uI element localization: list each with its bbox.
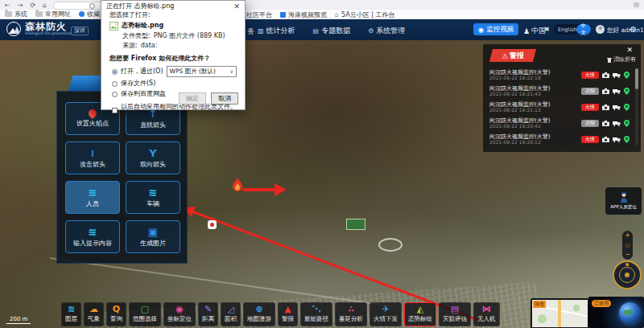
zoom-out-button[interactable]: − bbox=[625, 252, 630, 258]
dispatch-truck-icon[interactable] bbox=[613, 137, 621, 142]
menu-item-system[interactable]: ⚙系统管理 bbox=[368, 26, 405, 36]
radio-save-netdisk[interactable] bbox=[112, 92, 118, 97]
language-toggle[interactable]: English 中文 bbox=[554, 24, 591, 35]
radio-open-with[interactable] bbox=[112, 69, 118, 75]
dialog-title: 正在打开 态势标绘.png bbox=[106, 2, 174, 10]
bookmark-item[interactable]: 海康视频预览 bbox=[280, 10, 327, 19]
dialog-chose-label: 您选择了打开: bbox=[109, 12, 237, 19]
dispatch-truck-icon[interactable] bbox=[613, 72, 621, 78]
lang-chinese[interactable]: 中文 bbox=[576, 24, 591, 35]
toolbar-button[interactable]: ◿ 面积 bbox=[221, 302, 241, 326]
toolbar-button[interactable]: ⋱ 最短路径 bbox=[300, 302, 332, 326]
monitor-video-button[interactable]: ◉ 监控视频 bbox=[473, 23, 518, 35]
dispatch-truck-icon[interactable] bbox=[613, 105, 621, 110]
alert-status-button[interactable]: 误报 bbox=[581, 120, 599, 127]
toolbar-label: 灾损评估 bbox=[443, 315, 467, 323]
filetype-label: 文件类型: bbox=[122, 33, 151, 40]
plot-tool-icon: ≀ bbox=[91, 148, 95, 158]
camera-icon[interactable] bbox=[602, 105, 609, 110]
toolbar-button[interactable]: ⋈ 无人机 bbox=[473, 302, 500, 326]
camera-icon[interactable] bbox=[602, 72, 609, 78]
toolbar-button[interactable]: ▢ 范围选择 bbox=[129, 302, 161, 326]
globe-view-switcher[interactable]: 已使用 bbox=[588, 297, 644, 328]
bookmark-item[interactable]: ⌂5A云小区 | 工作台 bbox=[335, 10, 394, 19]
country-selector[interactable]: ♟中国 bbox=[523, 26, 546, 36]
lang-english[interactable]: English bbox=[554, 27, 576, 33]
home-icon[interactable]: ⌂ bbox=[43, 2, 47, 9]
forward-icon[interactable]: → bbox=[18, 2, 23, 9]
alert-scrollbar[interactable] bbox=[635, 68, 638, 146]
back-icon[interactable]: ← bbox=[5, 2, 10, 9]
plot-tool-icon: ≋ bbox=[89, 227, 97, 237]
toolbar-button[interactable]: ✈ 火情下发 bbox=[369, 302, 402, 326]
avatar[interactable] bbox=[596, 25, 605, 34]
camera-icon[interactable] bbox=[602, 137, 609, 142]
location-pin-icon[interactable] bbox=[624, 120, 630, 127]
plotted-arrow-line[interactable] bbox=[242, 188, 276, 191]
fullscreen-icon[interactable]: ✖ bbox=[544, 26, 550, 33]
alert-status-button[interactable]: 火情 bbox=[581, 72, 599, 79]
toolbar-button[interactable]: ⊕ 地图漫游 bbox=[243, 302, 275, 326]
toolbar-button[interactable]: ∴ 蔓延分析 bbox=[335, 302, 367, 326]
bookmark-folder[interactable]: 常用网址 bbox=[35, 10, 71, 18]
location-pin-icon[interactable] bbox=[624, 136, 630, 143]
location-pin-icon[interactable] bbox=[624, 72, 630, 79]
app-personnel-locator-button[interactable]: APP人员定位 bbox=[605, 187, 642, 215]
plot-tool-button[interactable]: ≋ 车辆 bbox=[126, 181, 180, 214]
settings-gear-icon[interactable]: ⚙ bbox=[630, 25, 637, 34]
close-icon[interactable]: ✕ bbox=[626, 46, 633, 54]
camera-icon[interactable] bbox=[602, 88, 609, 94]
plotted-arrow-head bbox=[275, 183, 287, 196]
toolbar-button[interactable]: ◉ 坐标定位 bbox=[163, 302, 196, 326]
plot-tool-button[interactable]: ≋ 人员 bbox=[65, 181, 120, 214]
zoom-reset-button[interactable]: ○ bbox=[625, 243, 630, 248]
dispatch-truck-icon[interactable] bbox=[613, 121, 621, 126]
menu-item-topic-data[interactable]: ▤专题数据 bbox=[313, 26, 351, 36]
zoom-in-button[interactable]: + bbox=[625, 232, 630, 239]
plot-tool-button[interactable]: Y 双向箭头 bbox=[126, 141, 180, 174]
radio-save-file[interactable] bbox=[112, 81, 118, 87]
close-icon[interactable]: ✕ bbox=[233, 2, 240, 10]
plot-tool-button[interactable]: ≀ 攻击箭头 bbox=[65, 141, 120, 174]
extension-icon[interactable] bbox=[634, 2, 639, 7]
camera-icon[interactable] bbox=[602, 121, 609, 126]
menu-item-partial[interactable]: 务 bbox=[247, 27, 254, 37]
plot-tool-button[interactable]: ▣ 生成图片 bbox=[126, 220, 180, 253]
alert-timestamp: 2021-09-22 19:21:43 bbox=[489, 92, 550, 97]
minimap[interactable]: 街道 bbox=[530, 298, 589, 328]
alert-status-button[interactable]: 误报 bbox=[581, 88, 599, 95]
plot-tool-button[interactable]: ≋ 输入提示内容 bbox=[65, 220, 120, 253]
plot-panel-header-tab bbox=[68, 76, 105, 92]
toolbar-button[interactable]: ☁ 气象 bbox=[84, 302, 104, 326]
plot-tool-label: 攻击箭头 bbox=[80, 160, 105, 169]
toolbar-button[interactable]: ◭ 态势标绘 bbox=[404, 302, 436, 326]
address-bar[interactable] bbox=[53, 2, 105, 10]
dispatch-truck-icon[interactable] bbox=[613, 88, 621, 94]
scrollbar-thumb[interactable] bbox=[635, 68, 638, 89]
bookmark-folder[interactable]: 系统 bbox=[5, 10, 27, 18]
toolbar-button[interactable]: ▤ 灾损评估 bbox=[439, 302, 471, 326]
cancel-button[interactable]: 取消 bbox=[211, 92, 238, 105]
compass-widget[interactable]: N bbox=[613, 260, 642, 289]
gear-icon: ⚙ bbox=[368, 27, 374, 35]
region-tag[interactable]: 深圳 bbox=[71, 27, 89, 35]
alert-status-button[interactable]: 火情 bbox=[581, 136, 599, 143]
toolbar-button[interactable]: Q 查询 bbox=[106, 302, 126, 326]
open-with-dropdown[interactable]: WPS 图片 (默认) ∨ bbox=[167, 66, 237, 77]
toolbar-icon: ◭ bbox=[417, 305, 423, 314]
toolbar-button[interactable]: ▲ 警报 bbox=[278, 302, 298, 326]
toolbar-button[interactable]: ✎ 距离 bbox=[198, 302, 218, 326]
clear-all-button[interactable]: 清除所有 bbox=[607, 55, 636, 64]
remember-checkbox[interactable] bbox=[112, 108, 118, 113]
reload-icon[interactable]: ⟳ bbox=[30, 2, 35, 9]
ok-button[interactable]: 确定 bbox=[179, 92, 206, 105]
location-pin-icon[interactable] bbox=[624, 88, 630, 95]
alert-status-button[interactable]: 火情 bbox=[581, 104, 599, 111]
compass-north-label: N bbox=[625, 262, 629, 267]
location-pin-icon[interactable] bbox=[624, 104, 630, 111]
chart-icon: ▥ bbox=[258, 27, 264, 35]
fire-icon-marker[interactable] bbox=[208, 220, 217, 229]
menu-item-statistics[interactable]: ▥统计分析 bbox=[258, 26, 295, 36]
brand: 森林防火 Intelligent fire prevention bbox=[6, 22, 71, 36]
toolbar-button[interactable]: ≋ 图层 bbox=[61, 302, 81, 326]
